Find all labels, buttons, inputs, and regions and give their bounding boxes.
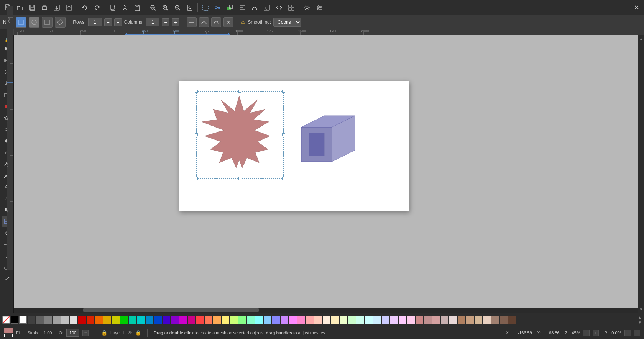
blue1-swatch[interactable] <box>146 316 153 324</box>
sel-handle-br[interactable] <box>282 177 285 180</box>
no-fill-swatch[interactable] <box>2 316 10 324</box>
fill-color-indicator[interactable] <box>4 328 13 333</box>
rows-plus-button[interactable]: + <box>114 18 122 26</box>
teal1-swatch[interactable] <box>129 316 136 324</box>
measure-tool[interactable] <box>2 273 12 284</box>
lpurple1-swatch[interactable] <box>281 316 288 324</box>
brown9-swatch[interactable] <box>508 316 516 324</box>
rect-select-icon[interactable] <box>200 2 211 13</box>
paste-icon[interactable] <box>132 2 143 13</box>
brown4-swatch[interactable] <box>466 316 474 324</box>
pastel11-swatch[interactable] <box>390 316 398 324</box>
black-swatch[interactable] <box>11 316 18 324</box>
cut-icon[interactable] <box>120 2 130 13</box>
orange2-swatch[interactable] <box>104 316 111 324</box>
lred1-swatch[interactable] <box>196 316 204 324</box>
preferences-icon[interactable] <box>302 2 312 13</box>
path-effects-icon[interactable] <box>249 2 260 13</box>
color-scroll-up[interactable]: ▲ <box>638 315 642 319</box>
cols-plus-button[interactable]: + <box>172 18 179 26</box>
gray4-swatch[interactable] <box>53 316 61 324</box>
pastel9-swatch[interactable] <box>373 316 381 324</box>
import-button[interactable] <box>51 2 62 13</box>
h-scrollbar[interactable] <box>14 308 638 313</box>
lgreen1-swatch[interactable] <box>238 316 246 324</box>
cyan1-swatch[interactable] <box>137 316 145 324</box>
right-scroll-up[interactable]: ▲ <box>639 37 643 41</box>
pastel12-swatch[interactable] <box>399 316 406 324</box>
brown5-swatch[interactable] <box>475 316 482 324</box>
lblue1-swatch[interactable] <box>264 316 271 324</box>
tools-controls-icon[interactable] <box>314 2 325 13</box>
grid-icon[interactable] <box>286 2 297 13</box>
layer-eye-icon[interactable]: 👁 <box>128 330 132 336</box>
lcyan1-swatch[interactable] <box>255 316 263 324</box>
h-scroll-thumb[interactable] <box>83 308 259 312</box>
pastel1-swatch[interactable] <box>306 316 314 324</box>
lyellow1-swatch[interactable] <box>222 316 229 324</box>
cols-input[interactable] <box>146 18 159 26</box>
print-button[interactable] <box>39 2 50 13</box>
red1-swatch[interactable] <box>78 316 86 324</box>
purple1-swatch[interactable] <box>171 316 179 324</box>
rotation-plus-button[interactable]: + <box>634 330 640 336</box>
export-button[interactable] <box>64 2 74 13</box>
lblue2-swatch[interactable] <box>272 316 280 324</box>
pastel3-swatch[interactable] <box>323 316 330 324</box>
opacity-minus-button[interactable]: − <box>82 330 89 336</box>
brown3-swatch[interactable] <box>458 316 465 324</box>
pastel5-swatch[interactable] <box>340 316 347 324</box>
brown8-swatch[interactable] <box>500 316 508 324</box>
zoom-page-icon[interactable] <box>184 2 195 13</box>
sel-handle-mr[interactable] <box>282 133 285 136</box>
stroke-color-indicator[interactable] <box>4 334 13 337</box>
fill-stroke-icon[interactable] <box>225 2 235 13</box>
undo-button[interactable] <box>79 2 90 13</box>
transform-icon[interactable] <box>212 2 223 13</box>
gray2-swatch[interactable] <box>36 316 44 324</box>
pastel8-swatch[interactable] <box>365 316 373 324</box>
sel-handle-tr[interactable] <box>282 90 285 93</box>
cols-minus-button[interactable]: − <box>162 18 169 26</box>
color-scroll-down[interactable]: ▼ <box>638 320 642 324</box>
line-curve-button[interactable] <box>199 17 209 27</box>
brown2-swatch[interactable] <box>449 316 457 324</box>
yellow1-swatch[interactable] <box>112 316 120 324</box>
align-icon[interactable] <box>237 2 248 13</box>
pastel7-swatch[interactable] <box>356 316 364 324</box>
layer-lock-icon[interactable]: 🔓 <box>135 330 141 336</box>
lock-icon[interactable]: 🔒 <box>101 330 107 336</box>
pink1-swatch[interactable] <box>188 316 196 324</box>
pastel13-swatch[interactable] <box>407 316 415 324</box>
line-bezier-button[interactable] <box>211 17 221 27</box>
orange1-swatch[interactable] <box>95 316 103 324</box>
brown6-swatch[interactable] <box>483 316 491 324</box>
new-square-button[interactable] <box>16 17 26 28</box>
sel-handle-bl[interactable] <box>195 177 198 180</box>
magenta1-swatch[interactable] <box>179 316 187 324</box>
rose3-swatch[interactable] <box>432 316 440 324</box>
zoom-plus-button[interactable]: + <box>593 330 599 336</box>
rows-minus-button[interactable]: − <box>104 18 112 26</box>
lpink1-swatch[interactable] <box>289 316 297 324</box>
blue2-swatch[interactable] <box>154 316 162 324</box>
indigo1-swatch[interactable] <box>163 316 170 324</box>
rose2-swatch[interactable] <box>424 316 432 324</box>
new-rect-outline-button[interactable] <box>42 17 53 28</box>
star-shape[interactable] <box>197 92 281 176</box>
line-straight-button[interactable] <box>187 17 197 27</box>
canvas-area[interactable] <box>14 35 638 313</box>
sel-handle-ml[interactable] <box>195 133 198 136</box>
pastel4-swatch[interactable] <box>331 316 339 324</box>
right-scroll-down[interactable]: ▼ <box>639 307 643 311</box>
xml-editor-icon[interactable] <box>274 2 284 13</box>
line-cross-button[interactable] <box>223 17 233 27</box>
pastel2-swatch[interactable] <box>314 316 322 324</box>
lorange1-swatch[interactable] <box>213 316 221 324</box>
lpink2-swatch[interactable] <box>297 316 305 324</box>
zoom-out-icon[interactable] <box>172 2 183 13</box>
pastel10-swatch[interactable] <box>382 316 389 324</box>
zoom-fit-icon[interactable] <box>148 2 158 13</box>
smoothing-select[interactable]: Coons Bicubic None <box>273 18 301 27</box>
rotation-minus-button[interactable]: − <box>624 330 631 336</box>
